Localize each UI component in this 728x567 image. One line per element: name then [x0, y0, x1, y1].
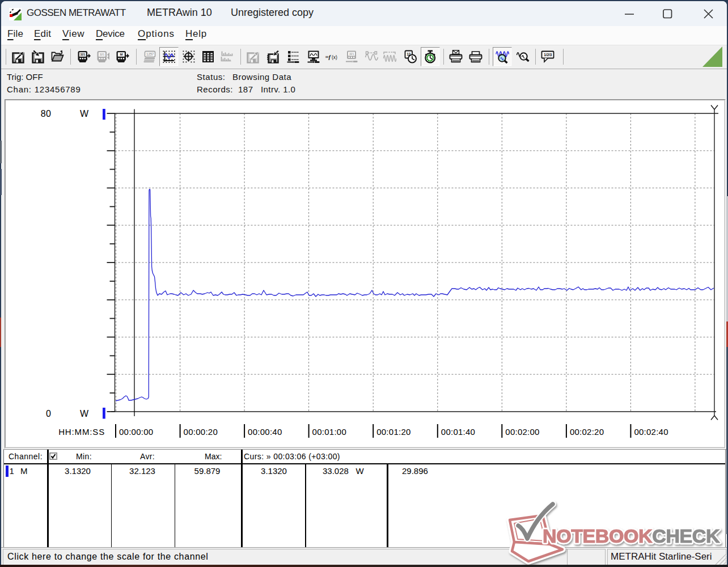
- svg-text:00:02:00: 00:02:00: [505, 427, 539, 437]
- svg-text:HH:MM:SS: HH:MM:SS: [58, 427, 105, 437]
- svg-text:0: 0: [46, 409, 51, 418]
- svg-text:NOTEBOOKCHECK: NOTEBOOKCHECK: [543, 525, 720, 547]
- svg-text:00:00:20: 00:00:20: [184, 427, 218, 437]
- svg-text:80: 80: [41, 109, 51, 119]
- svg-text:00:02:20: 00:02:20: [570, 427, 604, 437]
- svg-text:00:00:00: 00:00:00: [119, 427, 153, 437]
- svg-text:W: W: [80, 109, 89, 119]
- svg-text:00:01:40: 00:01:40: [441, 427, 475, 437]
- svg-text:W: W: [80, 409, 89, 418]
- svg-text:00:02:40: 00:02:40: [634, 427, 668, 437]
- svg-text:00:00:40: 00:00:40: [248, 427, 282, 437]
- svg-text:00:01:00: 00:01:00: [312, 427, 346, 437]
- svg-text:00:01:20: 00:01:20: [376, 427, 410, 437]
